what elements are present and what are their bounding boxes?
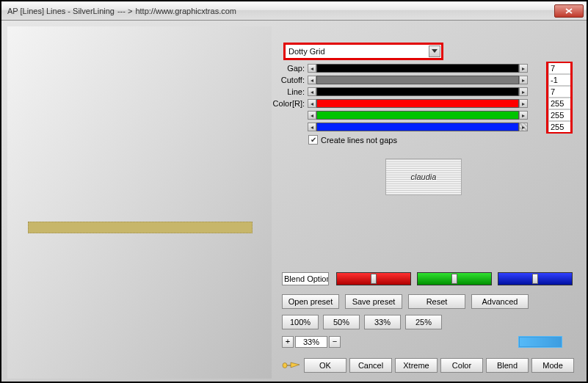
arrow-left-icon[interactable]: ◂ [308,76,316,84]
slider-color-b: ◂ ▸ [272,122,572,132]
slider-line: Line: ◂ ▸ [272,87,572,97]
color-button[interactable]: Color [440,358,483,373]
logo-text: claudia [411,172,437,181]
slider-fill [316,111,519,120]
value-r[interactable]: 255 [548,98,570,109]
value-line[interactable]: 7 [548,87,570,97]
slider-handle[interactable] [451,274,457,284]
arrow-left-icon[interactable]: ◂ [308,111,316,120]
mode-button[interactable]: Mode [531,358,574,373]
chevron-down-icon [429,45,440,57]
arrow-right-icon[interactable]: ▸ [519,99,528,108]
checkbox-create-lines[interactable]: ✔ [308,135,318,145]
preset-selected: Dotty Grid [288,47,325,56]
zoom-value[interactable]: 33% [295,336,327,348]
arrow-left-icon[interactable]: ◂ [308,123,316,131]
svg-point-0 [283,363,287,368]
content: Dotty Grid Gap: ◂ ▸ Cutoff: ◂ [1,21,587,382]
slider-fill [316,76,519,84]
arrow-right-icon[interactable]: ▸ [519,111,528,120]
blend-button[interactable]: Blend [486,358,529,373]
big-slider-r[interactable] [336,272,411,285]
slider-handle[interactable] [371,274,377,284]
big-slider-g[interactable] [417,272,492,285]
save-preset-button[interactable]: Save preset [345,294,402,309]
pct100-button[interactable]: 100% [282,315,319,329]
xtreme-button[interactable]: Xtreme [395,358,438,373]
slider-fill [316,99,519,108]
value-b[interactable]: 255 [548,122,570,132]
zoom-in-button[interactable]: + [282,336,294,348]
ok-button[interactable]: OK [304,358,346,373]
pointing-hand-icon [282,358,301,371]
close-button[interactable] [554,4,584,18]
slider-cutoff: Cutoff: ◂ ▸ [272,75,572,85]
value-g[interactable]: 255 [548,110,570,120]
arrow-right-icon[interactable]: ▸ [519,87,528,96]
title-url: http://www.graphicxtras.com [135,7,236,15]
slider-track-gap[interactable]: ◂ ▸ [308,64,528,73]
pct25-button[interactable]: 25% [405,315,442,329]
value-gap[interactable]: 7 [548,63,570,73]
author-logo: claudia [385,158,462,195]
slider-fill [316,123,519,131]
open-preset-button[interactable]: Open preset [282,294,339,309]
checkbox-label: Create lines not gaps [321,136,397,145]
slider-fill [316,64,519,73]
slider-color-g: ◂ ▸ [272,110,572,120]
zoom-out-button[interactable]: − [329,336,341,348]
slider-track-g[interactable]: ◂ ▸ [308,111,528,120]
controls-pane: Dotty Grid Gap: ◂ ▸ Cutoff: ◂ [276,21,584,383]
arrow-left-icon[interactable]: ◂ [308,99,316,108]
arrow-right-icon[interactable]: ▸ [519,76,528,84]
pct33-button[interactable]: 33% [364,315,401,329]
slider-label-r: Color[R]: [272,99,308,108]
advanced-button[interactable]: Advanced [471,294,529,309]
arrow-right-icon[interactable]: ▸ [519,64,528,73]
value-cutoff[interactable]: -1 [548,75,570,85]
slider-track-r[interactable]: ◂ ▸ [308,99,528,108]
pct50-button[interactable]: 50% [323,315,360,329]
arrow-left-icon[interactable]: ◂ [308,64,316,73]
reset-button[interactable]: Reset [408,294,465,309]
preview-pane [7,26,272,379]
slider-track-cutoff[interactable]: ◂ ▸ [308,76,528,84]
titlebar: AP [Lines] Lines - SilverLining --- > ht… [1,1,587,21]
title-arrow: --- > [117,7,132,15]
arrow-left-icon[interactable]: ◂ [308,87,316,96]
slider-fill [316,87,519,96]
close-icon [565,8,573,14]
blend-mode-label: Blend Options [283,274,329,283]
cancel-button[interactable]: Cancel [349,358,392,373]
big-slider-b[interactable] [498,272,573,285]
title-app: AP [Lines] Lines - SilverLining [7,7,115,15]
blend-mode-select[interactable]: Blend Options [282,272,329,285]
preview-output [28,222,253,233]
plugin-window: AP [Lines] Lines - SilverLining --- > ht… [0,0,588,383]
slider-color-r: Color[R]: ◂ ▸ [272,98,572,109]
preset-dropdown[interactable]: Dotty Grid [283,43,443,60]
slider-label-line: Line: [272,87,308,96]
slider-label-cutoff: Cutoff: [272,76,308,84]
title-text: AP [Lines] Lines - SilverLining --- > ht… [7,7,236,15]
color-swatch[interactable] [518,336,562,348]
slider-handle[interactable] [532,274,538,284]
zoom-controls: + 33% − [282,336,341,348]
arrow-right-icon[interactable]: ▸ [519,123,528,131]
slider-gap: Gap: ◂ ▸ [272,63,572,73]
slider-track-line[interactable]: ◂ ▸ [308,87,528,96]
checkbox-row: ✔ Create lines not gaps [308,135,397,145]
slider-track-b[interactable]: ◂ ▸ [308,123,528,131]
slider-label-gap: Gap: [272,64,308,73]
